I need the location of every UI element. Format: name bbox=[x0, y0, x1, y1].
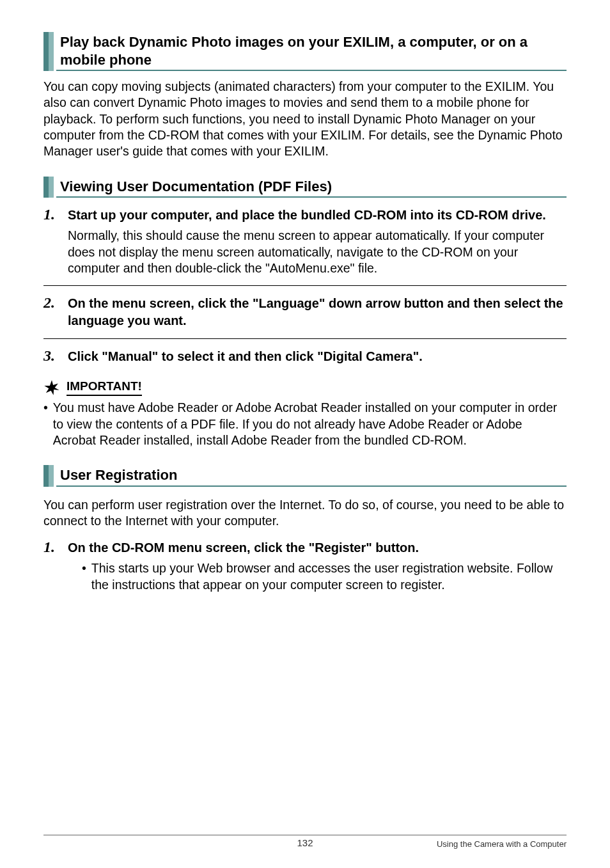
accent-bar-dark bbox=[43, 32, 49, 71]
section-title-user-reg: User Registration bbox=[56, 465, 567, 487]
step-3: 3. Click "Manual" to select it and then … bbox=[43, 348, 567, 365]
step-title: Start up your computer, and place the bu… bbox=[68, 207, 567, 224]
section-accent-bars bbox=[43, 32, 54, 71]
step-body: Normally, this should cause the menu scr… bbox=[68, 228, 567, 276]
section-body-dynamic-photo: You can copy moving subjects (animated c… bbox=[43, 79, 567, 160]
important-star-icon bbox=[43, 379, 60, 396]
step-number: 2. bbox=[43, 295, 64, 310]
accent-bar-dark bbox=[43, 465, 49, 487]
important-bullet-text: You must have Adobe Reader or Adobe Acro… bbox=[53, 400, 567, 448]
svg-marker-0 bbox=[44, 381, 59, 395]
important-bullet: • You must have Adobe Reader or Adobe Ac… bbox=[43, 400, 567, 448]
important-callout: IMPORTANT! bbox=[43, 379, 567, 396]
page-container: Play back Dynamic Photo images on your E… bbox=[0, 0, 610, 868]
bullet-dot: • bbox=[82, 560, 86, 576]
step-number: 1. bbox=[43, 207, 64, 222]
step-2: 2. On the menu screen, click the "Langua… bbox=[43, 295, 567, 329]
section-accent-bars bbox=[43, 465, 54, 487]
step-title: Click "Manual" to select it and then cli… bbox=[68, 348, 567, 365]
accent-bar-light bbox=[49, 32, 54, 71]
step-sub-bullet: • This starts up your Web browser and ac… bbox=[82, 560, 567, 593]
section-title-pdf: Viewing User Documentation (PDF Files) bbox=[56, 177, 567, 198]
page-footer: 132 Using the Camera with a Computer bbox=[0, 835, 610, 849]
footer-divider bbox=[43, 835, 567, 835]
footer-row: 132 Using the Camera with a Computer bbox=[43, 839, 567, 849]
step-number: 3. bbox=[43, 348, 64, 363]
section-header-pdf: Viewing User Documentation (PDF Files) bbox=[43, 177, 567, 198]
step-divider bbox=[43, 285, 567, 286]
section-accent-bars bbox=[43, 177, 54, 198]
step-1: 1. Start up your computer, and place the… bbox=[43, 207, 567, 224]
section-header-user-reg: User Registration bbox=[43, 465, 567, 487]
section-header-dynamic-photo: Play back Dynamic Photo images on your E… bbox=[43, 32, 567, 71]
accent-bar-light bbox=[49, 465, 54, 487]
step-register-1: 1. On the CD-ROM menu screen, click the … bbox=[43, 539, 567, 556]
accent-bar-light bbox=[49, 177, 54, 198]
step-divider bbox=[43, 338, 567, 339]
page-number: 132 bbox=[0, 837, 610, 848]
step-title: On the CD-ROM menu screen, click the "Re… bbox=[68, 539, 567, 556]
step-sub-bullet-text: This starts up your Web browser and acce… bbox=[91, 560, 567, 593]
important-label: IMPORTANT! bbox=[66, 379, 142, 396]
bullet-dot: • bbox=[43, 400, 48, 416]
step-title: On the menu screen, click the "Language"… bbox=[68, 295, 567, 329]
section-title-dynamic-photo: Play back Dynamic Photo images on your E… bbox=[56, 32, 567, 71]
step-number: 1. bbox=[43, 539, 64, 555]
section-body-user-reg: You can perform user registration over t… bbox=[43, 497, 567, 530]
accent-bar-dark bbox=[43, 177, 49, 198]
